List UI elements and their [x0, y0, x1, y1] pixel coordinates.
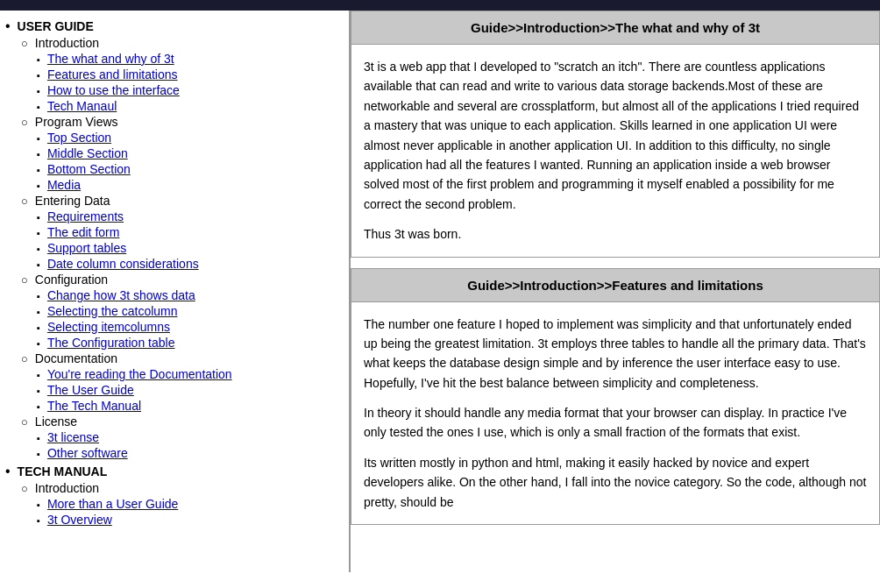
paragraph: Its written mostly in python and html, m… [364, 453, 867, 512]
paragraph: 3t is a web app that I developed to "scr… [364, 57, 867, 214]
label-program-views: Program Views [35, 115, 118, 129]
sidebar-item-tech-manual[interactable]: Tech Manaul [37, 98, 344, 114]
item-label-3t-license: 3t license [37, 429, 344, 445]
section-body-features-and-limitations: The number one feature I hoped to implem… [351, 302, 880, 526]
bullet-change-how [37, 288, 44, 302]
link-media[interactable]: Media [47, 178, 81, 192]
bullet-tech-manual-section [5, 464, 14, 479]
bullet-select-catcolumn [37, 304, 44, 318]
sidebar-item-requirements[interactable]: Requirements [37, 209, 344, 224]
link-top-section[interactable]: Top Section [47, 131, 111, 145]
bullet-support-tables [37, 241, 44, 255]
link-select-catcolumn[interactable]: Selecting the catcolumn [47, 304, 178, 318]
bullet-config-table [37, 336, 44, 350]
sidebar-item-how-to-use[interactable]: How to use the interface [37, 82, 344, 98]
item-label-tech-manual: Tech Manaul [37, 98, 344, 114]
label-entering-data: Entering Data [35, 194, 110, 208]
sidebar-item-middle-section[interactable]: Middle Section [37, 145, 344, 161]
sidebar-item-3t-license[interactable]: 3t license [37, 429, 344, 445]
link-config-table[interactable]: The Configuration table [47, 336, 175, 350]
link-edit-form[interactable]: The edit form [47, 225, 119, 239]
sidebar-item-select-itemcolumns[interactable]: Selecting itemcolumns [37, 319, 344, 335]
link-change-how[interactable]: Change how 3t shows data [47, 288, 195, 302]
label-documentation: Documentation [35, 351, 117, 365]
sidebar-item-features[interactable]: Features and limitations [37, 67, 344, 82]
label-configuration: Configuration [35, 273, 108, 287]
link-3t-overview[interactable]: 3t Overview [47, 513, 112, 527]
bullet-entering-data [21, 194, 32, 208]
item-label-documentation: Documentation [21, 351, 344, 366]
sidebar-item-3t-overview[interactable]: 3t Overview [37, 512, 344, 528]
item-label-how-to-use: How to use the interface [37, 82, 344, 98]
sidebar-item-what-and-why[interactable]: The what and why of 3t [37, 51, 344, 67]
children-license: 3t licenseOther software [21, 429, 344, 461]
sidebar-item-change-how[interactable]: Change how 3t shows data [37, 287, 344, 303]
item-label-config-table: The Configuration table [37, 335, 344, 351]
sidebar-item-support-tables[interactable]: Support tables [37, 240, 344, 256]
bullet-middle-section [37, 146, 44, 160]
item-label-3t-overview: 3t Overview [37, 512, 344, 528]
bullet-program-views [21, 115, 32, 129]
link-what-and-why[interactable]: The what and why of 3t [47, 52, 174, 66]
sidebar-item-other-software[interactable]: Other software [37, 445, 344, 461]
item-label-program-views: Program Views [21, 114, 344, 130]
item-label-introduction: Introduction [21, 35, 344, 51]
sidebar-item-more-than-user-guide[interactable]: More than a User Guide [37, 496, 344, 512]
link-tech-manual[interactable]: Tech Manaul [47, 99, 117, 113]
link-support-tables[interactable]: Support tables [47, 241, 126, 255]
bullet-bottom-section [37, 162, 44, 176]
children-tech-manual-section: IntroductionMore than a User Guide3t Ove… [5, 480, 344, 528]
paragraph: Thus 3t was born. [364, 224, 867, 244]
item-label-entering-data: Entering Data [21, 193, 344, 209]
sidebar-item-date-column[interactable]: Date column considerations [37, 256, 344, 272]
link-3t-license[interactable]: 3t license [47, 430, 99, 444]
sidebar-item-reading-docs[interactable]: You're reading the Documentation [37, 366, 344, 382]
sidebar-item-config-table[interactable]: The Configuration table [37, 335, 344, 351]
bullet-tech-introduction [21, 481, 32, 495]
bullet-date-column [37, 257, 44, 271]
bullet-requirements [37, 209, 44, 223]
item-label-edit-form: The edit form [37, 224, 344, 240]
paragraph: The number one feature I hoped to implem… [364, 315, 867, 393]
sidebar-item-select-catcolumn[interactable]: Selecting the catcolumn [37, 303, 344, 319]
link-more-than-user-guide[interactable]: More than a User Guide [47, 497, 178, 511]
sidebar-tree: USER GUIDEIntroductionThe what and why o… [5, 18, 344, 528]
link-requirements[interactable]: Requirements [47, 209, 124, 223]
sidebar-item-top-section[interactable]: Top Section [37, 130, 344, 145]
link-tech-manual-link[interactable]: The Tech Manual [47, 399, 141, 413]
sidebar-item-media[interactable]: Media [37, 177, 344, 193]
item-label-tech-manual-section: TECH MANUAL [5, 463, 344, 480]
bullet-license [21, 414, 32, 429]
sidebar-item-documentation: DocumentationYou're reading the Document… [21, 351, 344, 414]
sidebar-item-user-guide-link[interactable]: The User Guide [37, 382, 344, 398]
link-middle-section[interactable]: Middle Section [47, 146, 128, 160]
bullet-configuration [21, 273, 32, 287]
app-title [0, 0, 880, 11]
bullet-tech-manual-link [37, 399, 44, 413]
link-date-column[interactable]: Date column considerations [47, 257, 199, 271]
item-label-tech-manual-link: The Tech Manual [37, 398, 344, 414]
link-bottom-section[interactable]: Bottom Section [47, 162, 131, 176]
children-entering-data: RequirementsThe edit formSupport tablesD… [21, 209, 344, 272]
sidebar-item-tech-introduction: IntroductionMore than a User Guide3t Ove… [21, 480, 344, 528]
link-reading-docs[interactable]: You're reading the Documentation [47, 367, 232, 381]
item-label-other-software: Other software [37, 445, 344, 461]
link-user-guide-link[interactable]: The User Guide [47, 383, 134, 397]
label-tech-manual-section: TECH MANUAL [18, 464, 108, 478]
sidebar-item-bottom-section[interactable]: Bottom Section [37, 161, 344, 177]
link-how-to-use[interactable]: How to use the interface [47, 83, 180, 97]
item-label-top-section: Top Section [37, 130, 344, 145]
sidebar-item-program-views: Program ViewsTop SectionMiddle SectionBo… [21, 114, 344, 193]
link-other-software[interactable]: Other software [47, 446, 128, 460]
sidebar-item-tech-manual-link[interactable]: The Tech Manual [37, 398, 344, 414]
item-label-what-and-why: The what and why of 3t [37, 51, 344, 67]
item-label-date-column: Date column considerations [37, 256, 344, 272]
link-select-itemcolumns[interactable]: Selecting itemcolumns [47, 320, 170, 334]
bullet-reading-docs [37, 367, 44, 381]
link-features[interactable]: Features and limitations [47, 67, 178, 81]
label-introduction: Introduction [35, 36, 99, 50]
sidebar-item-edit-form[interactable]: The edit form [37, 224, 344, 240]
bullet-select-itemcolumns [37, 320, 44, 334]
children-configuration: Change how 3t shows dataSelecting the ca… [21, 287, 344, 351]
item-label-user-guide: USER GUIDE [5, 18, 344, 35]
